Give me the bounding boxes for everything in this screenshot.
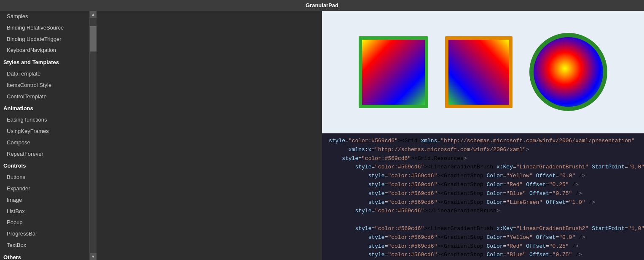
sidebar-item-progress-bar[interactable]: ProgressBar [0, 228, 89, 240]
code-line: xmlns:x="http://schemas.microsoft.com/wi… [329, 146, 637, 154]
sidebar-item-compose[interactable]: Compose [0, 137, 89, 149]
sidebar-item-others: Others [0, 251, 89, 260]
code-line: style="color:#569cd6"><GradientStop Colo… [329, 242, 637, 251]
sidebar-item-expander[interactable]: Expander [0, 183, 89, 195]
scroll-track [90, 18, 97, 253]
gradient-square-2 [445, 36, 513, 108]
sidebar-item-binding-update-trigger[interactable]: Binding UpdateTrigger [0, 34, 89, 45]
sidebar-item-styles-templates: Styles and Templates [0, 56, 89, 68]
main-area: SamplesBinding RelativeSourceBinding Upd… [0, 11, 644, 260]
code-line: style="color:#569cd6"><GradientStop Colo… [329, 181, 637, 190]
sidebar-item-keyboard-navigation[interactable]: KeyboardNavigation [0, 45, 89, 56]
sidebar-item-repeat-forever[interactable]: RepeatForever [0, 149, 89, 160]
sidebar-item-textbox[interactable]: TextBox [0, 240, 89, 251]
right-panel: style="color:#569cd6"><Grid xmlns="http:… [322, 11, 644, 260]
sidebar-item-image[interactable]: Image [0, 195, 89, 206]
sidebar-item-data-template[interactable]: DataTemplate [0, 68, 89, 80]
code-line: style="color:#569cd6"><GradientStop Colo… [329, 190, 637, 198]
code-line: style="color:#569cd6"></LinearGradientBr… [329, 207, 637, 216]
code-line: style="color:#569cd6"><GradientStop Colo… [329, 251, 637, 260]
code-line: style="color:#569cd6"><GradientStop Colo… [329, 172, 637, 181]
code-line: style="color:#569cd6"><GradientStop Colo… [329, 198, 637, 207]
sidebar-item-buttons[interactable]: Buttons [0, 172, 89, 183]
code-line: style="color:#569cd6"><LinearGradientBru… [329, 163, 637, 172]
code-area[interactable]: style="color:#569cd6"><Grid xmlns="http:… [322, 133, 644, 260]
sidebar-item-samples[interactable]: Samples [0, 11, 89, 22]
scroll-thumb[interactable] [90, 26, 97, 51]
preview-area [322, 11, 644, 133]
code-line: style="color:#569cd6"><LinearGradientBru… [329, 225, 637, 233]
sidebar: SamplesBinding RelativeSourceBinding Upd… [0, 11, 90, 260]
sidebar-item-easing-functions[interactable]: Easing functions [0, 114, 89, 126]
code-line: style="color:#569cd6"><Grid xmlns="http:… [329, 137, 637, 146]
sidebar-item-items-control-style[interactable]: ItemsControl Style [0, 80, 89, 91]
code-line: style="color:#569cd6"><GradientStop Colo… [329, 233, 637, 242]
title-bar: GranularPad [0, 0, 644, 11]
sidebar-item-control-template[interactable]: ControlTemplate [0, 91, 89, 103]
scroll-down-button[interactable]: ▼ [90, 253, 97, 260]
sidebar-item-listbox[interactable]: ListBox [0, 206, 89, 217]
code-line: style="color:#569cd6"><Grid.Resources> [329, 154, 637, 163]
sidebar-item-popup[interactable]: Popup [0, 217, 89, 228]
sidebar-item-using-key-frames[interactable]: UsingKeyFrames [0, 126, 89, 137]
sidebar-item-animations: Animations [0, 102, 89, 114]
sidebar-scrollbar: ▲ ▼ [90, 11, 97, 260]
sidebar-item-controls: Controls [0, 160, 89, 172]
gradient-square-1 [359, 36, 428, 108]
code-line [329, 216, 637, 225]
scroll-up-button[interactable]: ▲ [90, 11, 97, 18]
sidebar-item-binding-relative-source[interactable]: Binding RelativeSource [0, 22, 89, 34]
sidebar-wrapper: SamplesBinding RelativeSourceBinding Upd… [0, 11, 322, 260]
gradient-circle [529, 33, 607, 111]
app-title: GranularPad [306, 2, 338, 8]
